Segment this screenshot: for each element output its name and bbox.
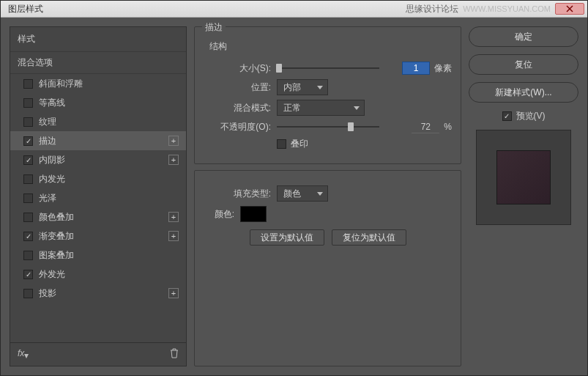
action-panel: 确定 复位 新建样式(W)... 预览(V) [469, 26, 578, 366]
style-item[interactable]: 外发光 [10, 265, 186, 284]
style-item-label: 内发光 [39, 173, 180, 185]
style-item-label: 描边 [39, 135, 168, 147]
preview-box [476, 130, 571, 225]
style-item-label: 纹理 [39, 116, 180, 128]
panel-title: 描边 [202, 21, 226, 34]
size-row: 大小(S): 像素 [204, 62, 452, 75]
trash-icon[interactable] [170, 348, 179, 361]
checkbox-icon[interactable] [23, 136, 33, 146]
plus-icon[interactable]: + [168, 288, 179, 298]
style-item[interactable]: 纹理 [10, 112, 186, 131]
checkbox-icon [277, 139, 286, 149]
layer-style-dialog: 图层样式 思缘设计论坛 WWW.MISSYUAN.COM 样式 混合选项 斜面和… [0, 0, 588, 376]
style-item-label: 光泽 [39, 192, 180, 204]
checkbox-icon[interactable] [23, 98, 33, 108]
default-buttons: 设置为默认值 复位为默认值 [204, 229, 452, 246]
color-row: 颜色: [204, 206, 452, 222]
checkbox-icon[interactable] [23, 232, 33, 241]
checkbox-icon[interactable] [23, 193, 33, 203]
stroke-group: 描边 结构 大小(S): 像素 位置: [194, 26, 461, 164]
opacity-slider[interactable] [277, 122, 407, 132]
style-item-label: 投影 [39, 287, 168, 300]
color-label: 颜色: [204, 208, 240, 221]
filltype-select[interactable]: 颜色 [277, 185, 328, 202]
size-unit: 像素 [434, 62, 452, 75]
checkbox-icon[interactable] [23, 174, 33, 184]
titlebar: 图层样式 思缘设计论坛 WWW.MISSYUAN.COM [1, 1, 587, 18]
fill-group: 填充类型: 颜色 颜色: 设置为默认值 复位为默认值 [194, 170, 461, 366]
fx-menu[interactable]: fx▾ [18, 348, 29, 361]
style-item[interactable]: 图案叠加 [10, 246, 186, 265]
titlebar-right: 思缘设计论坛 WWW.MISSYUAN.COM [406, 3, 584, 15]
style-item[interactable]: 内阴影+ [10, 150, 186, 169]
filltype-row: 填充类型: 颜色 [204, 185, 452, 202]
style-item-label: 内阴影 [39, 154, 168, 166]
style-list: 斜面和浮雕等高线纹理描边+内阴影+内发光光泽颜色叠加+渐变叠加+图案叠加外发光投… [10, 74, 186, 342]
checkbox-icon[interactable] [23, 79, 33, 89]
reset-button[interactable]: 复位 [469, 54, 578, 75]
checkbox-icon[interactable] [23, 270, 33, 279]
settings-panel: 描边 结构 大小(S): 像素 位置: [194, 26, 461, 366]
style-item-label: 图案叠加 [39, 249, 180, 262]
style-item-label: 等高线 [39, 97, 180, 109]
overprint-checkbox[interactable]: 叠印 [277, 138, 308, 150]
opacity-unit: % [444, 122, 452, 132]
plus-icon[interactable]: + [168, 212, 179, 222]
preview-checkbox[interactable]: 预览(V) [469, 110, 578, 122]
plus-icon[interactable]: + [168, 155, 179, 165]
style-item[interactable]: 等高线 [10, 93, 186, 112]
dialog-content: 样式 混合选项 斜面和浮雕等高线纹理描边+内阴影+内发光光泽颜色叠加+渐变叠加+… [1, 18, 587, 375]
blendmode-row: 混合模式: 正常 [204, 100, 452, 116]
checkbox-icon[interactable] [23, 251, 33, 260]
sidebar-header: 样式 [10, 27, 186, 52]
forum-label: 思缘设计论坛 [406, 3, 458, 15]
color-swatch[interactable] [240, 206, 267, 222]
position-row: 位置: 内部 [204, 79, 452, 95]
style-item[interactable]: 颜色叠加+ [10, 207, 186, 226]
style-item-label: 颜色叠加 [39, 211, 168, 224]
style-item[interactable]: 内发光 [10, 169, 186, 188]
new-style-button[interactable]: 新建样式(W)... [469, 82, 578, 103]
styles-sidebar: 样式 混合选项 斜面和浮雕等高线纹理描边+内阴影+内发光光泽颜色叠加+渐变叠加+… [10, 26, 187, 366]
style-item-label: 外发光 [39, 268, 180, 281]
position-select[interactable]: 内部 [277, 79, 328, 95]
reset-default-button[interactable]: 复位为默认值 [332, 229, 406, 246]
overprint-row: 叠印 [204, 138, 452, 150]
structure-title: 结构 [204, 40, 452, 57]
style-item-label: 斜面和浮雕 [39, 78, 180, 90]
position-label: 位置: [204, 81, 277, 94]
blending-options[interactable]: 混合选项 [10, 52, 186, 74]
opacity-input[interactable] [412, 120, 439, 133]
checkbox-icon[interactable] [23, 289, 33, 298]
watermark: WWW.MISSYUAN.COM [463, 4, 551, 13]
filltype-label: 填充类型: [204, 188, 277, 200]
close-icon [566, 5, 573, 12]
structure-group: 结构 大小(S): 像素 位置: [204, 37, 452, 150]
set-default-button[interactable]: 设置为默认值 [250, 229, 324, 246]
opacity-label: 不透明度(O): [204, 121, 277, 133]
blendmode-select[interactable]: 正常 [277, 100, 365, 116]
style-item[interactable]: 投影+ [10, 284, 186, 303]
style-item[interactable]: 光泽 [10, 188, 186, 207]
checkbox-icon[interactable] [23, 155, 33, 165]
checkbox-icon[interactable] [23, 213, 33, 222]
size-label: 大小(S): [204, 62, 277, 75]
size-input[interactable] [402, 62, 430, 75]
plus-icon[interactable]: + [168, 136, 179, 146]
style-item[interactable]: 描边+ [10, 131, 186, 150]
style-item[interactable]: 斜面和浮雕 [10, 74, 186, 93]
plus-icon[interactable]: + [168, 231, 179, 241]
style-item-label: 渐变叠加 [39, 230, 168, 243]
checkbox-icon [502, 111, 512, 121]
window-title: 图层样式 [4, 3, 43, 15]
close-button[interactable] [555, 3, 584, 15]
style-item[interactable]: 渐变叠加+ [10, 226, 186, 246]
opacity-row: 不透明度(O): % [204, 120, 452, 133]
size-slider[interactable] [277, 63, 398, 73]
checkbox-icon[interactable] [23, 117, 33, 127]
blendmode-label: 混合模式: [204, 102, 277, 114]
preview-swatch [496, 150, 551, 204]
ok-button[interactable]: 确定 [469, 26, 578, 47]
sidebar-footer: fx▾ [10, 342, 186, 366]
